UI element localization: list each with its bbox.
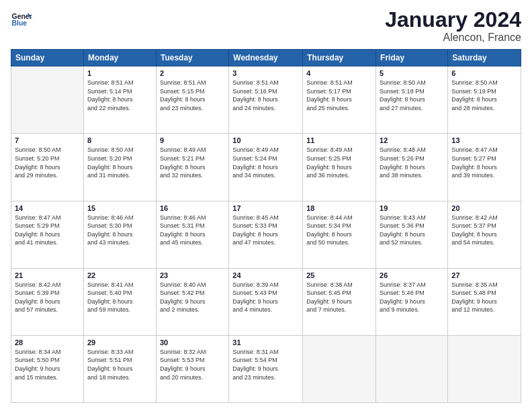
calendar-week-row: 21Sunrise: 8:42 AMSunset: 5:39 PMDayligh…	[11, 268, 521, 335]
day-info: Sunrise: 8:42 AMSunset: 5:37 PMDaylight:…	[451, 214, 517, 247]
day-number: 6	[451, 69, 517, 77]
calendar-cell: 3Sunrise: 8:51 AMSunset: 5:16 PMDaylight…	[229, 66, 303, 134]
day-number: 7	[15, 136, 80, 144]
calendar-cell: 27Sunrise: 8:35 AMSunset: 5:48 PMDayligh…	[448, 268, 521, 335]
calendar-cell: 26Sunrise: 8:37 AMSunset: 5:46 PMDayligh…	[376, 268, 448, 335]
day-info: Sunrise: 8:51 AMSunset: 5:14 PMDaylight:…	[87, 79, 152, 112]
day-info: Sunrise: 8:50 AMSunset: 5:18 PMDaylight:…	[380, 79, 444, 112]
calendar-week-row: 28Sunrise: 8:34 AMSunset: 5:50 PMDayligh…	[11, 335, 521, 402]
calendar-cell: 18Sunrise: 8:44 AMSunset: 5:34 PMDayligh…	[303, 201, 376, 268]
calendar-cell: 10Sunrise: 8:49 AMSunset: 5:24 PMDayligh…	[229, 134, 303, 201]
day-info: Sunrise: 8:48 AMSunset: 5:26 PMDaylight:…	[380, 146, 444, 179]
day-number: 25	[306, 271, 372, 279]
calendar-week-row: 14Sunrise: 8:47 AMSunset: 5:29 PMDayligh…	[11, 201, 521, 268]
calendar-cell	[448, 335, 521, 402]
day-number: 2	[160, 69, 225, 77]
day-number: 31	[232, 338, 299, 347]
calendar-cell: 13Sunrise: 8:47 AMSunset: 5:27 PMDayligh…	[448, 134, 521, 201]
logo: General Blue	[11, 8, 32, 30]
calendar-cell	[376, 335, 448, 402]
day-number: 14	[15, 204, 80, 212]
day-number: 5	[380, 69, 444, 77]
day-number: 12	[380, 136, 444, 144]
header: General Blue January 2024 Alencon, Franc…	[11, 8, 521, 44]
day-number: 20	[451, 204, 517, 212]
day-number: 3	[232, 69, 299, 77]
calendar-cell: 8Sunrise: 8:50 AMSunset: 5:20 PMDaylight…	[83, 134, 156, 201]
day-number: 29	[87, 338, 152, 347]
calendar-cell: 15Sunrise: 8:46 AMSunset: 5:30 PMDayligh…	[83, 201, 156, 268]
day-number: 11	[306, 136, 372, 144]
calendar-cell: 29Sunrise: 8:33 AMSunset: 5:51 PMDayligh…	[83, 335, 156, 402]
header-sunday: Sunday	[11, 50, 84, 66]
day-info: Sunrise: 8:47 AMSunset: 5:27 PMDaylight:…	[451, 146, 517, 179]
day-number: 18	[306, 204, 372, 212]
svg-text:Blue: Blue	[12, 19, 28, 27]
day-info: Sunrise: 8:43 AMSunset: 5:36 PMDaylight:…	[380, 214, 444, 247]
day-number: 9	[160, 136, 225, 144]
day-info: Sunrise: 8:45 AMSunset: 5:33 PMDaylight:…	[232, 214, 299, 247]
day-number: 16	[160, 204, 225, 212]
calendar-cell: 14Sunrise: 8:47 AMSunset: 5:29 PMDayligh…	[11, 201, 84, 268]
day-number: 21	[15, 271, 80, 279]
day-info: Sunrise: 8:51 AMSunset: 5:16 PMDaylight:…	[232, 79, 299, 112]
calendar-cell: 21Sunrise: 8:42 AMSunset: 5:39 PMDayligh…	[11, 268, 84, 335]
header-monday: Monday	[83, 50, 156, 66]
day-number: 22	[87, 271, 152, 279]
day-info: Sunrise: 8:47 AMSunset: 5:29 PMDaylight:…	[15, 214, 80, 247]
calendar-cell: 23Sunrise: 8:40 AMSunset: 5:42 PMDayligh…	[156, 268, 228, 335]
day-info: Sunrise: 8:40 AMSunset: 5:42 PMDaylight:…	[160, 281, 225, 314]
day-number: 1	[87, 69, 152, 77]
day-info: Sunrise: 8:41 AMSunset: 5:40 PMDaylight:…	[87, 281, 152, 314]
day-info: Sunrise: 8:46 AMSunset: 5:30 PMDaylight:…	[87, 214, 152, 247]
day-number: 28	[15, 338, 80, 347]
day-number: 13	[451, 136, 517, 144]
header-wednesday: Wednesday	[229, 50, 303, 66]
day-number: 23	[160, 271, 225, 279]
day-number: 24	[232, 271, 299, 279]
calendar-cell: 9Sunrise: 8:49 AMSunset: 5:21 PMDaylight…	[156, 134, 228, 201]
header-friday: Friday	[376, 50, 448, 66]
day-info: Sunrise: 8:51 AMSunset: 5:15 PMDaylight:…	[160, 79, 225, 112]
days-header-row: Sunday Monday Tuesday Wednesday Thursday…	[11, 50, 521, 66]
calendar-cell: 5Sunrise: 8:50 AMSunset: 5:18 PMDaylight…	[376, 66, 448, 134]
day-info: Sunrise: 8:37 AMSunset: 5:46 PMDaylight:…	[380, 281, 444, 314]
day-info: Sunrise: 8:49 AMSunset: 5:24 PMDaylight:…	[232, 146, 299, 179]
calendar-cell	[11, 66, 84, 134]
calendar-cell: 2Sunrise: 8:51 AMSunset: 5:15 PMDaylight…	[156, 66, 228, 134]
logo-icon: General Blue	[11, 8, 32, 30]
day-number: 15	[87, 204, 152, 212]
day-number: 27	[451, 271, 517, 279]
day-info: Sunrise: 8:49 AMSunset: 5:25 PMDaylight:…	[306, 146, 372, 179]
header-tuesday: Tuesday	[156, 50, 228, 66]
calendar-subtitle: Alencon, France	[385, 32, 521, 44]
calendar-cell: 28Sunrise: 8:34 AMSunset: 5:50 PMDayligh…	[11, 335, 84, 402]
calendar-cell: 1Sunrise: 8:51 AMSunset: 5:14 PMDaylight…	[83, 66, 156, 134]
calendar-cell	[303, 335, 376, 402]
day-number: 10	[232, 136, 299, 144]
day-number: 26	[380, 271, 444, 279]
title-block: January 2024 Alencon, France	[385, 8, 521, 44]
calendar-cell: 24Sunrise: 8:39 AMSunset: 5:43 PMDayligh…	[229, 268, 303, 335]
calendar-cell: 6Sunrise: 8:50 AMSunset: 5:19 PMDaylight…	[448, 66, 521, 134]
day-number: 17	[232, 204, 299, 212]
calendar-cell: 11Sunrise: 8:49 AMSunset: 5:25 PMDayligh…	[303, 134, 376, 201]
day-info: Sunrise: 8:35 AMSunset: 5:48 PMDaylight:…	[451, 281, 517, 314]
day-info: Sunrise: 8:50 AMSunset: 5:20 PMDaylight:…	[87, 146, 152, 179]
calendar-cell: 19Sunrise: 8:43 AMSunset: 5:36 PMDayligh…	[376, 201, 448, 268]
calendar-cell: 17Sunrise: 8:45 AMSunset: 5:33 PMDayligh…	[229, 201, 303, 268]
calendar-cell: 25Sunrise: 8:38 AMSunset: 5:45 PMDayligh…	[303, 268, 376, 335]
calendar-cell: 31Sunrise: 8:31 AMSunset: 5:54 PMDayligh…	[229, 335, 303, 402]
day-info: Sunrise: 8:38 AMSunset: 5:45 PMDaylight:…	[306, 281, 372, 314]
day-info: Sunrise: 8:44 AMSunset: 5:34 PMDaylight:…	[306, 214, 372, 247]
calendar-cell: 4Sunrise: 8:51 AMSunset: 5:17 PMDaylight…	[303, 66, 376, 134]
calendar-cell: 7Sunrise: 8:50 AMSunset: 5:20 PMDaylight…	[11, 134, 84, 201]
day-info: Sunrise: 8:31 AMSunset: 5:54 PMDaylight:…	[232, 348, 299, 381]
calendar-cell: 20Sunrise: 8:42 AMSunset: 5:37 PMDayligh…	[448, 201, 521, 268]
calendar-week-row: 1Sunrise: 8:51 AMSunset: 5:14 PMDaylight…	[11, 66, 521, 134]
header-saturday: Saturday	[448, 50, 521, 66]
day-info: Sunrise: 8:42 AMSunset: 5:39 PMDaylight:…	[15, 281, 80, 314]
calendar-cell: 30Sunrise: 8:32 AMSunset: 5:53 PMDayligh…	[156, 335, 228, 402]
calendar-cell: 12Sunrise: 8:48 AMSunset: 5:26 PMDayligh…	[376, 134, 448, 201]
day-info: Sunrise: 8:51 AMSunset: 5:17 PMDaylight:…	[306, 79, 372, 112]
